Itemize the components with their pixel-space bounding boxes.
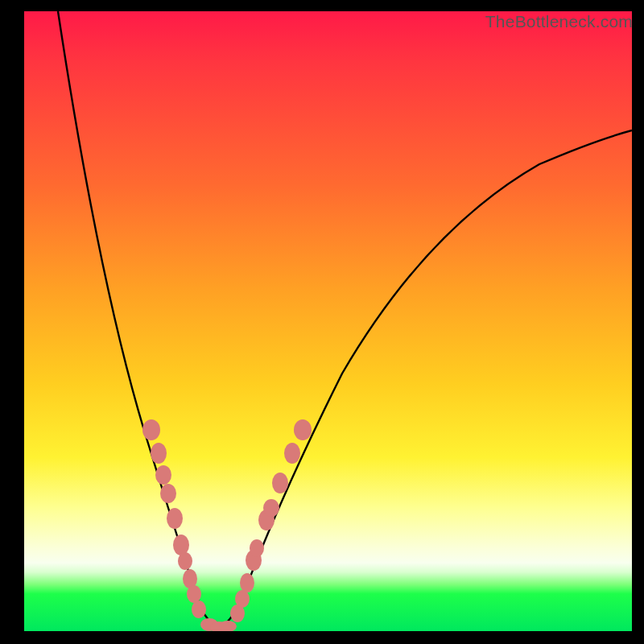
svg-point-17 [250, 539, 264, 557]
curve-right-branch [220, 130, 632, 627]
svg-point-4 [167, 508, 183, 529]
plot-area [24, 11, 632, 631]
chart-svg [24, 11, 632, 631]
svg-point-0 [142, 419, 160, 440]
curve-left-branch [58, 11, 220, 627]
svg-point-20 [272, 473, 288, 493]
svg-point-5 [173, 535, 189, 555]
svg-point-9 [192, 601, 206, 618]
svg-point-2 [155, 465, 171, 485]
watermark-text: TheBottleneck.com [485, 12, 633, 31]
svg-point-6 [178, 552, 192, 570]
svg-point-3 [160, 484, 176, 503]
svg-point-14 [235, 590, 250, 608]
svg-point-15 [240, 573, 254, 592]
chart-frame: TheBottleneck.com [0, 0, 644, 644]
svg-point-19 [263, 499, 279, 517]
marker-cluster-left [142, 419, 237, 631]
svg-point-1 [151, 443, 167, 464]
svg-point-22 [294, 419, 312, 440]
svg-point-21 [284, 443, 300, 464]
svg-point-8 [187, 585, 201, 603]
marker-cluster-right [230, 419, 312, 622]
